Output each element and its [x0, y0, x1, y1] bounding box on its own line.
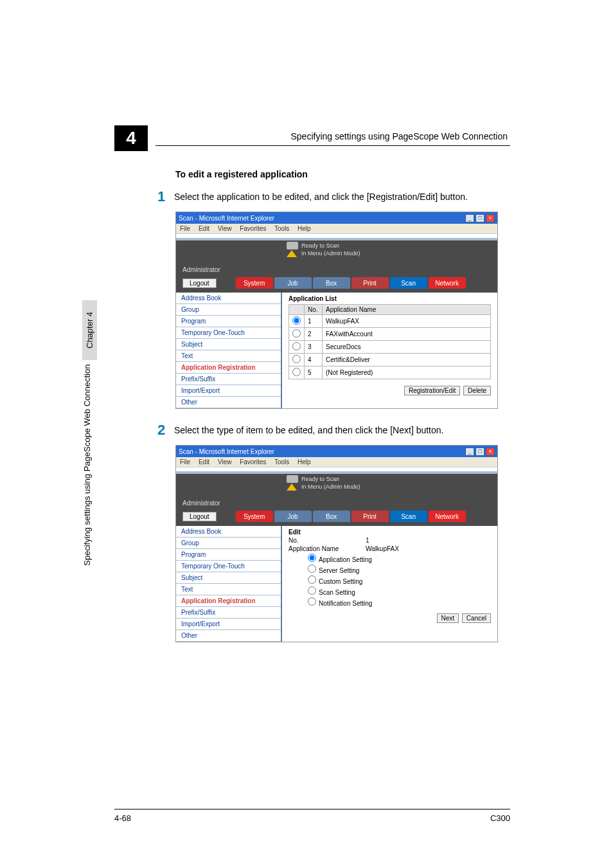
tab-job[interactable]: Job [274, 277, 312, 289]
menu-help[interactable]: Help [298, 225, 311, 232]
logout-button[interactable]: Logout [182, 278, 217, 288]
status-mode-2: In Menu (Admin Mode) [301, 484, 360, 490]
menu-view[interactable]: View [218, 225, 232, 232]
nav-other[interactable]: Other [176, 397, 281, 408]
tab-box-2[interactable]: Box [313, 511, 350, 522]
registration-edit-button[interactable]: Registration/Edit [404, 386, 460, 395]
opt-notification-setting[interactable] [308, 597, 316, 606]
tab-scan[interactable]: Scan [390, 277, 427, 289]
row-2-radio[interactable] [292, 329, 301, 338]
tab-network[interactable]: Network [429, 277, 466, 289]
nav-group[interactable]: Group [176, 304, 281, 316]
nav-temporary[interactable]: Temporary One-Touch [176, 327, 281, 339]
application-list-title: Application List [289, 295, 491, 302]
section-title: To edit a registered application [175, 169, 613, 179]
menu-edit-2[interactable]: Edit [199, 458, 209, 466]
side-nav-2: Address Book Group Program Temporary One… [176, 526, 282, 642]
window-title: Scan - Microsoft Internet Explorer [179, 215, 274, 222]
row-5-name: (Not Registered) [323, 366, 491, 379]
row-3-radio[interactable] [292, 342, 301, 350]
nav-text-2[interactable]: Text [176, 584, 281, 595]
nav-program-2[interactable]: Program [176, 549, 281, 561]
opt-custom-setting[interactable] [308, 575, 316, 584]
printer-icon-2 [287, 475, 298, 483]
row-4-radio[interactable] [292, 355, 301, 363]
opt-scan-setting[interactable] [308, 586, 316, 595]
row-4-no: 4 [305, 354, 323, 366]
menu-file-2[interactable]: File [180, 458, 190, 466]
tab-network-2[interactable]: Network [429, 511, 466, 522]
menu-favorites-2[interactable]: Favorites [240, 458, 266, 466]
nav-other-2[interactable]: Other [176, 630, 281, 642]
opt-server-setting[interactable] [308, 565, 316, 573]
nav-text[interactable]: Text [176, 350, 281, 362]
logout-button-2[interactable]: Logout [182, 512, 217, 521]
tab-box[interactable]: Box [313, 277, 350, 289]
maximize-icon[interactable]: □ [475, 214, 484, 222]
tab-system[interactable]: System [236, 277, 273, 289]
nav-address-book-2[interactable]: Address Book [176, 526, 281, 538]
menu-tools-2[interactable]: Tools [274, 458, 289, 466]
nav-program[interactable]: Program [176, 316, 281, 327]
maximize-icon-2[interactable]: □ [475, 448, 484, 456]
nav-import-export[interactable]: Import/Export [176, 385, 281, 397]
tab-scan-2[interactable]: Scan [390, 511, 427, 522]
opt-application-setting[interactable] [308, 554, 316, 562]
nav-temporary-2[interactable]: Temporary One-Touch [176, 561, 281, 572]
side-rotated-label: Specifying settings using PageScope Web … [82, 365, 92, 566]
minimize-icon[interactable]: _ [465, 214, 474, 222]
step-1-text: Select the application to be edited, and… [174, 188, 510, 205]
warning-icon-2 [287, 484, 297, 491]
warning-icon [287, 250, 297, 257]
admin-label-2: Administrator [182, 500, 220, 507]
nav-import-export-2[interactable]: Import/Export [176, 619, 281, 630]
tab-print-2[interactable]: Print [351, 511, 389, 522]
ie-menubar: File Edit View Favorites Tools Help [176, 224, 497, 234]
menu-favorites[interactable]: Favorites [240, 225, 266, 232]
cancel-button[interactable]: Cancel [462, 613, 491, 623]
footer-model: C300 [490, 813, 510, 823]
appname-label: Application Name [289, 545, 366, 552]
nav-address-book[interactable]: Address Book [176, 293, 281, 304]
minimize-icon-2[interactable]: _ [465, 448, 474, 456]
row-1-no: 1 [305, 315, 323, 328]
tab-system-2[interactable]: System [236, 511, 273, 522]
ie-menubar-2: File Edit View Favorites Tools Help [176, 457, 497, 467]
nav-subject[interactable]: Subject [176, 339, 281, 350]
nav-prefix-suffix-2[interactable]: Prefix/Suffix [176, 607, 281, 619]
col-no: No. [305, 305, 323, 315]
menu-file[interactable]: File [180, 225, 190, 232]
header-text: Specifying settings using PageScope Web … [155, 131, 510, 146]
no-value: 1 [366, 537, 369, 544]
close-icon-2[interactable]: × [486, 448, 495, 456]
side-chapter-label: Chapter 4 [82, 300, 97, 360]
row-3-name: SecureDocs [323, 341, 491, 354]
menu-edit[interactable]: Edit [199, 225, 209, 232]
row-1-radio[interactable] [292, 316, 301, 325]
screenshot-2: Scan - Microsoft Internet Explorer _ □ ×… [175, 445, 498, 642]
delete-button[interactable]: Delete [463, 386, 491, 395]
menu-tools[interactable]: Tools [274, 225, 289, 232]
row-2-no: 2 [305, 328, 323, 341]
screenshot-1: Scan - Microsoft Internet Explorer _ □ ×… [175, 212, 498, 409]
row-4-name: Certific&Deliver [323, 354, 491, 366]
nav-subject-2[interactable]: Subject [176, 572, 281, 584]
nav-prefix-suffix[interactable]: Prefix/Suffix [176, 374, 281, 385]
edit-title: Edit [289, 529, 491, 536]
row-5-radio[interactable] [292, 368, 301, 376]
nav-application-registration-2[interactable]: Application Registration [176, 595, 281, 607]
nav-application-registration[interactable]: Application Registration [176, 362, 281, 374]
opt-notification-setting-label: Notification Setting [319, 600, 372, 607]
nav-group-2[interactable]: Group [176, 538, 281, 549]
menu-view-2[interactable]: View [218, 458, 232, 466]
table-row: 3SecureDocs [289, 341, 491, 354]
opt-application-setting-label: Application Setting [319, 556, 372, 563]
close-icon[interactable]: × [486, 214, 495, 222]
menu-help-2[interactable]: Help [298, 458, 311, 466]
application-list-table: No.Application Name 1WalkupFAX 2FAXwithA… [289, 304, 491, 379]
tab-print[interactable]: Print [351, 277, 389, 289]
tab-job-2[interactable]: Job [274, 511, 312, 522]
footer-page: 4-68 [114, 813, 131, 823]
next-button[interactable]: Next [437, 613, 459, 623]
printer-icon [287, 242, 298, 249]
